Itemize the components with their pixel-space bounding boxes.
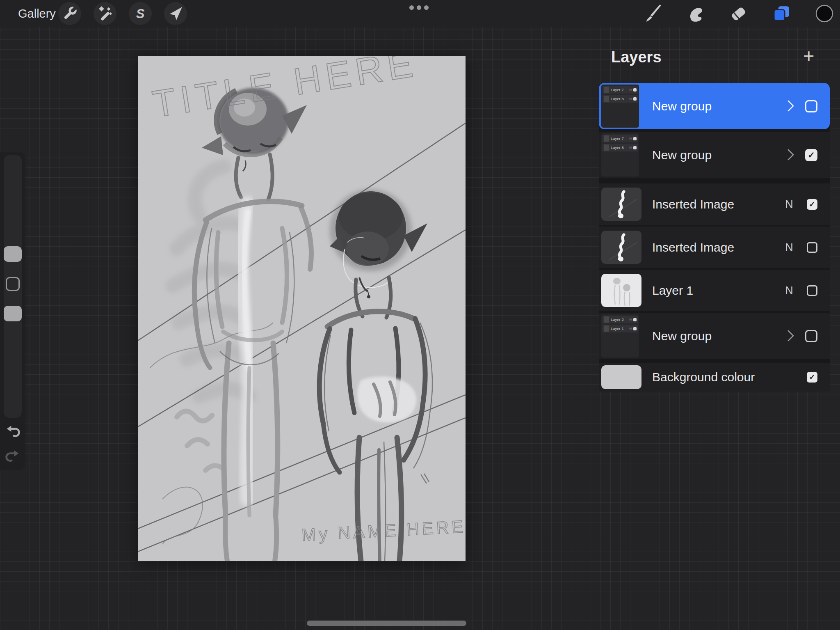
mini-layer-label: Layer 7 xyxy=(611,87,624,92)
layers-panel-title: Layers xyxy=(611,48,662,66)
layer-row-new-group-2[interactable]: Layer 2 N Layer 1 N New group xyxy=(599,313,830,359)
inserted-image-preview xyxy=(601,188,641,221)
brush-sidebar xyxy=(0,152,25,470)
home-indicator[interactable] xyxy=(307,621,466,626)
mini-checkbox xyxy=(633,146,637,149)
gallery-button[interactable]: Gallery xyxy=(18,7,56,21)
eraser-icon xyxy=(729,4,748,23)
layer-thumbnail[interactable]: Layer 7 N Layer 8 N xyxy=(601,85,639,128)
layer-row-inserted-image-2[interactable]: Inserted Image N xyxy=(599,227,830,268)
blend-mode-button[interactable]: N xyxy=(783,284,795,297)
mini-checkbox xyxy=(633,97,637,101)
mini-layer-thumb xyxy=(604,316,609,323)
mini-checkbox xyxy=(633,88,637,92)
modify-button[interactable] xyxy=(6,277,20,291)
mini-blend-label: N xyxy=(629,146,632,149)
visibility-checkbox[interactable]: ✓ xyxy=(805,149,817,161)
check-icon: ✓ xyxy=(809,200,815,209)
color-circle-icon xyxy=(815,4,834,23)
blend-mode-button[interactable]: N xyxy=(783,198,795,211)
paint-tool-button[interactable] xyxy=(641,2,664,25)
ellipsis-icon xyxy=(409,5,414,10)
arrow-cursor-icon xyxy=(167,5,185,23)
procreate-app: TITLE HERE My NAME HERE Gallery xyxy=(0,0,840,630)
visibility-checkbox[interactable]: ✓ xyxy=(807,372,817,383)
layer-row-new-group-selected[interactable]: Layer 7 N Layer 8 N New group xyxy=(599,83,830,129)
visibility-checkbox[interactable] xyxy=(805,100,817,112)
layer-name: Layer 1 xyxy=(652,284,693,298)
layer-name: New group xyxy=(652,329,712,343)
drawing-canvas[interactable]: TITLE HERE My NAME HERE xyxy=(138,56,466,561)
adjustments-button[interactable] xyxy=(94,2,116,25)
canvas-artwork: TITLE HERE My NAME HERE xyxy=(138,56,466,561)
brush-icon xyxy=(644,4,662,23)
brush-opacity-slider-handle[interactable] xyxy=(4,306,22,321)
chevron-right-icon[interactable] xyxy=(783,100,794,111)
mini-layer-label: Layer 7 xyxy=(611,136,624,141)
mini-layer-label: Layer 8 xyxy=(611,145,624,150)
mini-layer-thumb xyxy=(604,87,609,93)
ellipsis-icon xyxy=(424,5,429,10)
check-icon: ✓ xyxy=(809,373,815,382)
chevron-right-icon[interactable] xyxy=(783,330,794,341)
layer-name: Inserted Image xyxy=(652,197,734,211)
visibility-checkbox[interactable] xyxy=(805,330,817,342)
color-tool-button[interactable] xyxy=(813,2,836,25)
layer-thumbnail[interactable]: Layer 7 N Layer 8 N xyxy=(601,133,639,176)
chevron-right-icon[interactable] xyxy=(783,149,794,160)
layer-row-layer-1[interactable]: Layer 1 N xyxy=(599,270,830,311)
mini-layer-label: Layer 8 xyxy=(611,96,624,101)
mini-blend-label: N xyxy=(629,318,632,321)
layers-icon xyxy=(772,4,791,23)
layer-name: New group xyxy=(652,148,712,162)
add-layer-button[interactable]: + xyxy=(799,46,819,66)
smudge-icon xyxy=(686,4,705,23)
visibility-checkbox[interactable]: ✓ xyxy=(807,199,817,210)
layers-list: Layer 7 N Layer 8 N New group Layer 7 N xyxy=(599,83,830,392)
mini-layer-thumb xyxy=(604,96,609,102)
mini-layer-label: Layer 1 xyxy=(611,326,624,331)
mini-checkbox xyxy=(633,318,637,321)
layer-thumbnail[interactable] xyxy=(601,188,641,221)
undo-button[interactable] xyxy=(5,423,21,440)
ellipsis-icon xyxy=(417,5,421,10)
mini-blend-label: N xyxy=(629,137,632,140)
visibility-checkbox[interactable] xyxy=(807,285,817,296)
redo-icon xyxy=(5,448,21,464)
brush-size-slider-handle[interactable] xyxy=(4,246,22,262)
layer-row-background-colour[interactable]: Background colour ✓ xyxy=(599,363,830,392)
layer-name: Background colour xyxy=(652,370,755,384)
inserted-image-preview xyxy=(601,231,641,264)
undo-icon xyxy=(5,423,21,440)
actions-button[interactable] xyxy=(58,2,81,25)
layer-name: Inserted Image xyxy=(652,241,734,254)
mini-checkbox xyxy=(633,327,637,330)
layer-thumbnail[interactable] xyxy=(601,274,641,307)
mini-blend-label: N xyxy=(629,327,632,330)
s-curve-icon: S xyxy=(131,5,149,23)
smudge-tool-button[interactable] xyxy=(684,2,707,25)
mini-layer-label: Layer 2 xyxy=(611,317,624,322)
visibility-checkbox[interactable] xyxy=(807,242,817,253)
redo-button[interactable] xyxy=(5,448,21,464)
background-colour-swatch[interactable] xyxy=(601,365,641,389)
mini-layer-thumb xyxy=(604,325,609,332)
check-icon: ✓ xyxy=(808,150,815,160)
selection-button[interactable]: S xyxy=(129,2,152,25)
magic-wand-icon xyxy=(96,5,114,23)
layers-tool-button[interactable] xyxy=(770,2,793,25)
layer-name: New group xyxy=(652,99,712,113)
canvas-options-button[interactable] xyxy=(409,5,429,10)
erase-tool-button[interactable] xyxy=(727,2,750,25)
layer-thumbnail[interactable] xyxy=(601,231,641,264)
transform-button[interactable] xyxy=(164,2,187,25)
blend-mode-button[interactable]: N xyxy=(783,241,795,254)
mini-layer-thumb xyxy=(604,144,609,151)
sketch-preview xyxy=(601,274,641,307)
layer-row-new-group[interactable]: Layer 7 N Layer 8 N New group ✓ xyxy=(599,132,830,178)
layer-row-inserted-image-1[interactable]: Inserted Image N ✓ xyxy=(599,183,830,225)
wrench-icon xyxy=(61,5,79,23)
mini-blend-label: N xyxy=(629,97,632,101)
layer-thumbnail[interactable]: Layer 2 N Layer 1 N xyxy=(601,314,639,357)
mini-layer-thumb xyxy=(604,135,609,142)
